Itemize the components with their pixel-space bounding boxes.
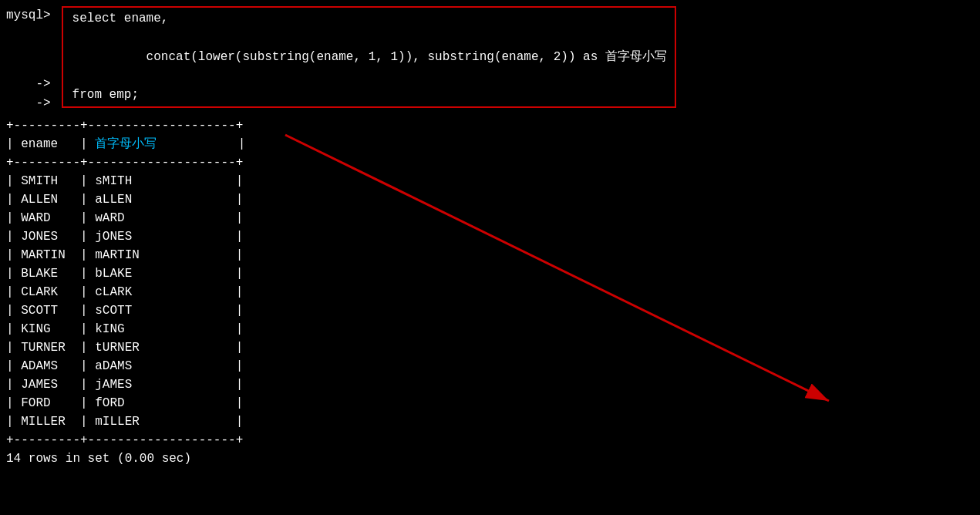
row-clark: | CLARK | cLARK | (6, 283, 980, 301)
result-table: +---------+--------------------+ | ename… (6, 116, 980, 468)
row-blake: | BLAKE | bLAKE | (6, 264, 980, 283)
table-sep-bottom: +---------+--------------------+ (6, 431, 980, 449)
row-ford: | FORD | fORD | (6, 394, 980, 412)
row-scott: | SCOTT | sCOTT | (6, 301, 980, 320)
footer-text: 14 rows in set (0.00 sec) (6, 449, 980, 468)
row-adams: | ADAMS | aDAMS | (6, 357, 980, 375)
row-king: | KING | kING | (6, 320, 980, 338)
table-header: | ename | 首字母小写 | (6, 135, 980, 153)
mysql-prompt: mysql> (6, 6, 62, 108)
query-line2-text: concat(lower(substring(ename, 1, 1)), su… (65, 29, 667, 86)
row-jones: | JONES | jONES | (6, 227, 980, 246)
table-sep-mid: +---------+--------------------+ (6, 153, 980, 172)
query-line1-text: select ename, (65, 9, 667, 29)
row-miller: | MILLER | mILLER | (6, 412, 980, 431)
row-smith: | SMITH | sMITH | (6, 172, 980, 190)
query-prompt-line1: mysql> select ename, concat(lower(substr… (6, 6, 980, 108)
row-martin: | MARTIN | mARTIN | (6, 246, 980, 264)
row-james: | JAMES | jAMES | (6, 375, 980, 394)
table-sep-top: +---------+--------------------+ (6, 116, 980, 135)
row-ward: | WARD | wARD | (6, 209, 980, 227)
row-allen: | ALLEN | aLLEN | (6, 190, 980, 209)
row-turner: | TURNER | tURNER | (6, 338, 980, 357)
query-line3-text: from emp; (65, 86, 667, 105)
